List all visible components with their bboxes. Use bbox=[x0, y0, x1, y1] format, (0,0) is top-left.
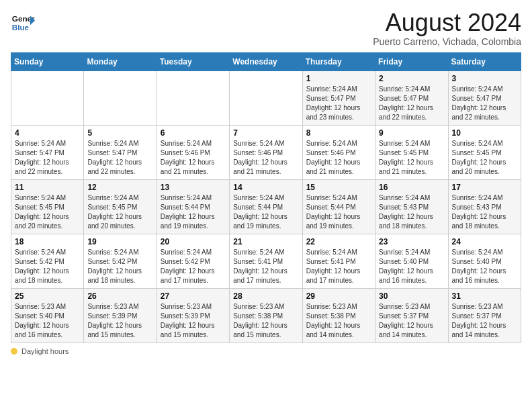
day-number: 3 bbox=[452, 74, 517, 83]
daylight-label: Daylight hours bbox=[21, 347, 69, 355]
day-info: Sunrise: 5:24 AMSunset: 5:46 PMDaylight:… bbox=[233, 139, 298, 177]
day-info: Sunrise: 5:24 AMSunset: 5:43 PMDaylight:… bbox=[379, 193, 444, 231]
calendar-cell: 15Sunrise: 5:24 AMSunset: 5:44 PMDayligh… bbox=[302, 180, 375, 234]
header-cell-wednesday: Wednesday bbox=[230, 53, 302, 71]
day-info: Sunrise: 5:23 AMSunset: 5:38 PMDaylight:… bbox=[306, 302, 371, 340]
calendar-cell: 27Sunrise: 5:23 AMSunset: 5:39 PMDayligh… bbox=[157, 289, 229, 343]
calendar-cell bbox=[157, 71, 229, 126]
calendar-cell: 7Sunrise: 5:24 AMSunset: 5:46 PMDaylight… bbox=[230, 126, 302, 180]
day-info: Sunrise: 5:23 AMSunset: 5:37 PMDaylight:… bbox=[452, 302, 517, 340]
footer-note: Daylight hours bbox=[11, 347, 521, 355]
day-number: 17 bbox=[452, 183, 517, 192]
calendar-week-2: 4Sunrise: 5:24 AMSunset: 5:47 PMDaylight… bbox=[11, 126, 521, 180]
calendar-cell: 24Sunrise: 5:24 AMSunset: 5:40 PMDayligh… bbox=[448, 234, 521, 289]
day-info: Sunrise: 5:24 AMSunset: 5:40 PMDaylight:… bbox=[452, 248, 517, 285]
header-cell-saturday: Saturday bbox=[448, 53, 521, 71]
calendar-cell: 17Sunrise: 5:24 AMSunset: 5:43 PMDayligh… bbox=[448, 180, 521, 234]
day-info: Sunrise: 5:23 AMSunset: 5:39 PMDaylight:… bbox=[87, 302, 152, 340]
location: Puerto Carreno, Vichada, Colombia bbox=[373, 36, 521, 47]
calendar-cell: 25Sunrise: 5:23 AMSunset: 5:40 PMDayligh… bbox=[11, 289, 84, 343]
day-info: Sunrise: 5:24 AMSunset: 5:41 PMDaylight:… bbox=[306, 248, 371, 285]
day-number: 23 bbox=[379, 237, 444, 246]
calendar-week-5: 25Sunrise: 5:23 AMSunset: 5:40 PMDayligh… bbox=[11, 289, 521, 343]
day-info: Sunrise: 5:24 AMSunset: 5:42 PMDaylight:… bbox=[161, 248, 226, 285]
calendar-week-4: 18Sunrise: 5:24 AMSunset: 5:42 PMDayligh… bbox=[11, 234, 521, 289]
header-cell-friday: Friday bbox=[375, 53, 448, 71]
header-cell-sunday: Sunday bbox=[11, 53, 84, 71]
day-number: 8 bbox=[306, 128, 371, 138]
month-title: August 2024 bbox=[373, 11, 521, 35]
day-info: Sunrise: 5:24 AMSunset: 5:47 PMDaylight:… bbox=[306, 85, 371, 122]
page-header: General Blue August 2024 Puerto Carreno,… bbox=[11, 11, 521, 47]
calendar-cell: 5Sunrise: 5:24 AMSunset: 5:47 PMDaylight… bbox=[84, 126, 157, 180]
day-number: 25 bbox=[15, 291, 80, 301]
header-cell-monday: Monday bbox=[84, 53, 157, 71]
calendar-cell: 26Sunrise: 5:23 AMSunset: 5:39 PMDayligh… bbox=[84, 289, 157, 343]
header-row: SundayMondayTuesdayWednesdayThursdayFrid… bbox=[11, 53, 521, 71]
calendar-cell bbox=[84, 71, 157, 126]
daylight-icon bbox=[11, 348, 17, 355]
day-number: 11 bbox=[15, 183, 80, 192]
day-number: 10 bbox=[452, 128, 517, 138]
day-number: 24 bbox=[452, 237, 517, 246]
day-number: 2 bbox=[379, 74, 444, 83]
calendar-cell: 23Sunrise: 5:24 AMSunset: 5:40 PMDayligh… bbox=[375, 234, 448, 289]
svg-text:Blue: Blue bbox=[12, 23, 30, 32]
calendar-cell: 4Sunrise: 5:24 AMSunset: 5:47 PMDaylight… bbox=[11, 126, 84, 180]
day-info: Sunrise: 5:24 AMSunset: 5:43 PMDaylight:… bbox=[452, 193, 517, 231]
day-number: 19 bbox=[87, 237, 152, 246]
calendar-cell: 14Sunrise: 5:24 AMSunset: 5:44 PMDayligh… bbox=[230, 180, 302, 234]
header-cell-tuesday: Tuesday bbox=[157, 53, 229, 71]
calendar-week-1: 1Sunrise: 5:24 AMSunset: 5:47 PMDaylight… bbox=[11, 71, 521, 126]
day-info: Sunrise: 5:24 AMSunset: 5:44 PMDaylight:… bbox=[306, 193, 371, 231]
calendar-cell: 28Sunrise: 5:23 AMSunset: 5:38 PMDayligh… bbox=[230, 289, 302, 343]
calendar-cell: 31Sunrise: 5:23 AMSunset: 5:37 PMDayligh… bbox=[448, 289, 521, 343]
day-number: 6 bbox=[161, 128, 226, 138]
day-number: 26 bbox=[87, 291, 152, 301]
day-info: Sunrise: 5:24 AMSunset: 5:42 PMDaylight:… bbox=[15, 248, 80, 285]
day-number: 5 bbox=[87, 128, 152, 138]
day-info: Sunrise: 5:23 AMSunset: 5:38 PMDaylight:… bbox=[233, 302, 298, 340]
day-info: Sunrise: 5:24 AMSunset: 5:45 PMDaylight:… bbox=[15, 193, 80, 231]
day-info: Sunrise: 5:24 AMSunset: 5:47 PMDaylight:… bbox=[87, 139, 152, 177]
calendar-cell: 20Sunrise: 5:24 AMSunset: 5:42 PMDayligh… bbox=[157, 234, 229, 289]
day-number: 30 bbox=[379, 291, 444, 301]
calendar-cell: 18Sunrise: 5:24 AMSunset: 5:42 PMDayligh… bbox=[11, 234, 84, 289]
day-info: Sunrise: 5:24 AMSunset: 5:46 PMDaylight:… bbox=[306, 139, 371, 177]
day-number: 22 bbox=[306, 237, 371, 246]
day-info: Sunrise: 5:24 AMSunset: 5:45 PMDaylight:… bbox=[452, 139, 517, 177]
calendar-week-3: 11Sunrise: 5:24 AMSunset: 5:45 PMDayligh… bbox=[11, 180, 521, 234]
day-number: 21 bbox=[233, 237, 298, 246]
day-info: Sunrise: 5:23 AMSunset: 5:40 PMDaylight:… bbox=[15, 302, 80, 340]
day-info: Sunrise: 5:24 AMSunset: 5:47 PMDaylight:… bbox=[379, 85, 444, 122]
day-info: Sunrise: 5:24 AMSunset: 5:47 PMDaylight:… bbox=[15, 139, 80, 177]
calendar-cell: 19Sunrise: 5:24 AMSunset: 5:42 PMDayligh… bbox=[84, 234, 157, 289]
calendar-cell: 1Sunrise: 5:24 AMSunset: 5:47 PMDaylight… bbox=[302, 71, 375, 126]
day-number: 4 bbox=[15, 128, 80, 138]
day-number: 20 bbox=[161, 237, 226, 246]
day-info: Sunrise: 5:24 AMSunset: 5:41 PMDaylight:… bbox=[233, 248, 298, 285]
day-number: 13 bbox=[161, 183, 226, 192]
calendar-table: SundayMondayTuesdayWednesdayThursdayFrid… bbox=[11, 52, 521, 343]
day-info: Sunrise: 5:24 AMSunset: 5:45 PMDaylight:… bbox=[379, 139, 444, 177]
day-number: 18 bbox=[15, 237, 80, 246]
calendar-cell: 6Sunrise: 5:24 AMSunset: 5:46 PMDaylight… bbox=[157, 126, 229, 180]
logo: General Blue bbox=[11, 11, 35, 35]
day-info: Sunrise: 5:24 AMSunset: 5:47 PMDaylight:… bbox=[452, 85, 517, 122]
calendar-cell: 10Sunrise: 5:24 AMSunset: 5:45 PMDayligh… bbox=[448, 126, 521, 180]
day-number: 7 bbox=[233, 128, 298, 138]
calendar-cell: 22Sunrise: 5:24 AMSunset: 5:41 PMDayligh… bbox=[302, 234, 375, 289]
day-info: Sunrise: 5:23 AMSunset: 5:37 PMDaylight:… bbox=[379, 302, 444, 340]
day-number: 9 bbox=[379, 128, 444, 138]
logo-icon: General Blue bbox=[11, 11, 35, 35]
calendar-cell: 11Sunrise: 5:24 AMSunset: 5:45 PMDayligh… bbox=[11, 180, 84, 234]
day-number: 1 bbox=[306, 74, 371, 83]
header-cell-thursday: Thursday bbox=[302, 53, 375, 71]
calendar-cell: 21Sunrise: 5:24 AMSunset: 5:41 PMDayligh… bbox=[230, 234, 302, 289]
calendar-cell: 30Sunrise: 5:23 AMSunset: 5:37 PMDayligh… bbox=[375, 289, 448, 343]
calendar-cell: 16Sunrise: 5:24 AMSunset: 5:43 PMDayligh… bbox=[375, 180, 448, 234]
day-info: Sunrise: 5:24 AMSunset: 5:44 PMDaylight:… bbox=[161, 193, 226, 231]
calendar-cell: 12Sunrise: 5:24 AMSunset: 5:45 PMDayligh… bbox=[84, 180, 157, 234]
day-number: 28 bbox=[233, 291, 298, 301]
day-number: 15 bbox=[306, 183, 371, 192]
